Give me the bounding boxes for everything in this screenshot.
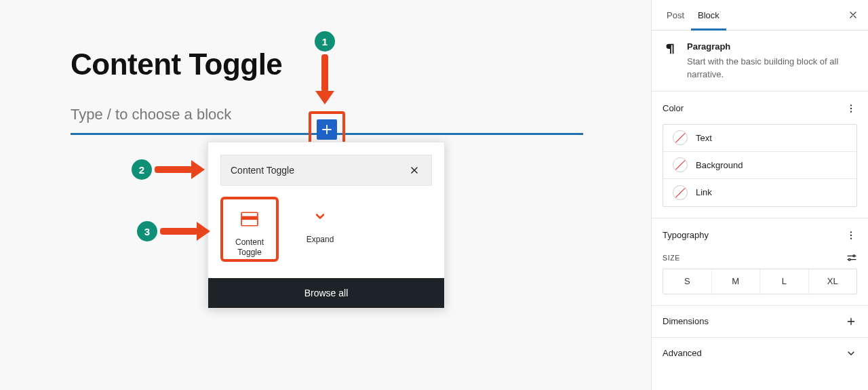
panel-typography-title: Typography <box>663 230 709 240</box>
svg-point-6 <box>850 235 852 236</box>
swatch-background <box>673 157 688 172</box>
paragraph-icon <box>663 41 677 56</box>
inserter-clear-button[interactable] <box>407 163 422 178</box>
editor-canvas: Content Toggle Type / to choose a block … <box>0 0 651 390</box>
tab-post[interactable]: Post <box>660 0 691 30</box>
svg-point-7 <box>850 237 852 239</box>
panel-color: Color Text Background Link <box>652 91 868 218</box>
color-row-label: Link <box>696 187 712 197</box>
annotation-badge-2: 2 <box>132 159 152 180</box>
block-tile-label: Content Toggle <box>223 237 276 258</box>
svg-rect-1 <box>241 216 258 220</box>
svg-point-2 <box>850 104 852 106</box>
panel-color-head[interactable]: Color <box>663 102 857 115</box>
color-option-list: Text Background Link <box>663 124 857 207</box>
size-m-button[interactable]: M <box>712 269 761 294</box>
arrow-right-icon <box>160 226 209 237</box>
svg-point-9 <box>848 258 850 260</box>
inserter-search-input[interactable] <box>231 165 407 176</box>
swatch-text <box>673 130 688 145</box>
kebab-icon[interactable] <box>845 229 857 241</box>
block-inserter-popover: Content Toggle Expand Browse all <box>208 142 445 309</box>
sidebar-tabs: Post Block <box>652 0 868 31</box>
panel-typography: Typography SIZE S M L XL <box>652 218 868 305</box>
empty-paragraph[interactable]: Type / to choose a block <box>71 106 583 135</box>
plus-icon[interactable] <box>845 315 857 328</box>
chevron-down-icon <box>313 205 327 228</box>
size-xl-button[interactable]: XL <box>809 269 857 294</box>
browse-all-button[interactable]: Browse all <box>208 278 444 308</box>
svg-point-8 <box>853 255 855 257</box>
panel-color-title: Color <box>663 103 684 113</box>
close-icon <box>848 10 858 20</box>
block-tile-label: Expand <box>307 235 334 245</box>
add-block-wrap <box>317 119 337 140</box>
svg-point-5 <box>850 231 852 233</box>
panel-dimensions[interactable]: Dimensions <box>652 305 868 337</box>
size-label: SIZE <box>663 254 680 262</box>
sidebar-close-button[interactable] <box>846 8 860 22</box>
inserter-search-row <box>208 142 444 186</box>
chevron-down-icon[interactable] <box>845 347 857 359</box>
color-row-text[interactable]: Text <box>663 125 856 152</box>
color-row-link[interactable]: Link <box>663 179 856 206</box>
sliders-icon[interactable] <box>846 252 857 263</box>
close-icon <box>410 165 419 175</box>
app-root: Content Toggle Type / to choose a block … <box>0 0 868 390</box>
plus-icon <box>321 123 333 136</box>
svg-point-4 <box>850 111 852 112</box>
kebab-icon[interactable] <box>845 102 857 115</box>
inserter-block-grid: Content Toggle Expand <box>208 186 444 278</box>
annotation-3: 3 <box>137 221 209 241</box>
settings-sidebar: Post Block Paragraph Start with the basi… <box>651 0 868 390</box>
insertion-line <box>71 133 583 135</box>
block-name: Paragraph <box>687 41 857 52</box>
size-s-button[interactable]: S <box>663 269 712 294</box>
color-row-label: Text <box>696 133 712 143</box>
swatch-link <box>673 185 688 200</box>
tab-block[interactable]: Block <box>691 0 726 30</box>
inserter-search[interactable] <box>220 155 432 186</box>
block-tile-expand[interactable]: Expand <box>291 197 349 262</box>
panel-advanced-title: Advanced <box>663 348 702 358</box>
color-row-background[interactable]: Background <box>663 152 856 179</box>
panel-typography-head[interactable]: Typography <box>663 229 857 241</box>
size-l-button[interactable]: L <box>760 269 809 294</box>
annotation-2: 2 <box>132 159 203 180</box>
arrow-right-icon <box>155 164 203 175</box>
content-toggle-block-icon <box>241 208 258 231</box>
add-block-button[interactable] <box>317 119 337 140</box>
color-row-label: Background <box>696 160 743 170</box>
panel-advanced[interactable]: Advanced <box>652 337 868 369</box>
panel-dimensions-title: Dimensions <box>663 316 709 326</box>
annotation-badge-3: 3 <box>137 221 157 241</box>
block-tile-content-toggle[interactable]: Content Toggle <box>220 197 279 262</box>
block-description: Start with the basic building block of a… <box>687 56 857 81</box>
block-summary: Paragraph Start with the basic building … <box>652 31 868 91</box>
svg-point-3 <box>850 108 852 109</box>
size-segmented-control: S M L XL <box>663 269 857 294</box>
size-heading-row: SIZE <box>663 252 857 263</box>
page-title[interactable]: Content Toggle <box>71 47 583 81</box>
